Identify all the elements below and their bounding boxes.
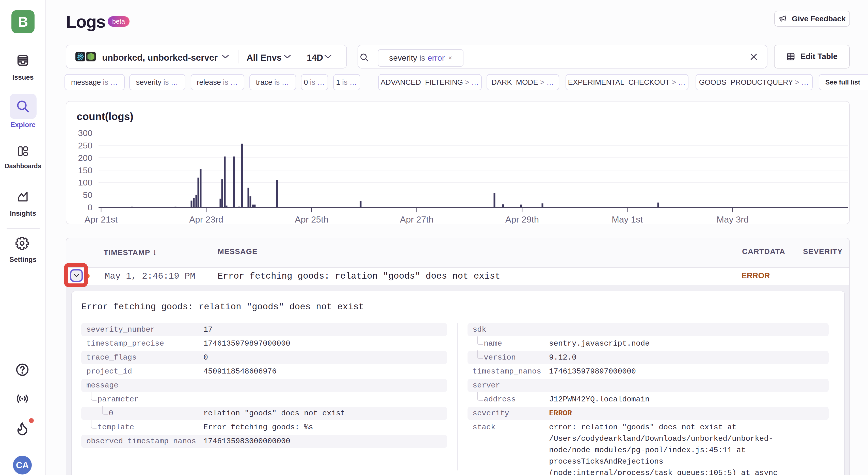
svg-text:Apr 27th: Apr 27th [400,214,433,224]
svg-text:Apr 29th: Apr 29th [505,214,539,224]
svg-text:Apr 23rd: Apr 23rd [189,214,223,224]
svg-text:150: 150 [78,165,92,175]
svg-text:50: 50 [83,190,92,200]
svg-text:250: 250 [78,141,92,150]
svg-text:May 1st: May 1st [612,214,643,224]
svg-text:200: 200 [78,153,92,163]
svg-text:Apr 25th: Apr 25th [295,214,328,224]
svg-text:Apr 21st: Apr 21st [85,214,118,224]
svg-text:300: 300 [78,128,92,138]
svg-text:May 3rd: May 3rd [717,214,749,224]
svg-text:0: 0 [88,202,92,212]
svg-text:100: 100 [78,178,92,187]
